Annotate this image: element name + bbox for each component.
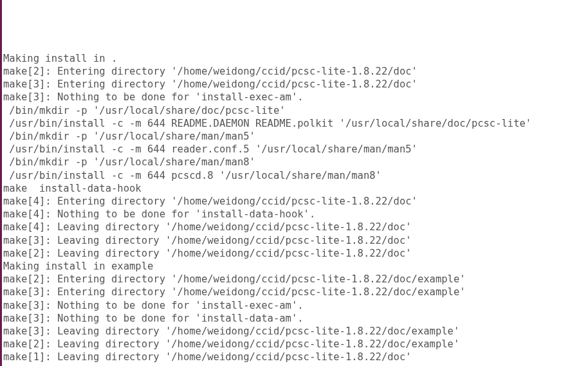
terminal-line: Making install in example <box>3 260 588 273</box>
terminal-line: make[2]: Leaving directory '/home/weidon… <box>3 247 588 260</box>
terminal-line: make[4]: Entering directory '/home/weido… <box>3 195 588 208</box>
terminal-line: make[1]: Leaving directory '/home/weidon… <box>3 351 588 363</box>
terminal-line: make[4]: Leaving directory '/home/weidon… <box>3 221 588 233</box>
terminal-output[interactable]: Making install in .make[2]: Entering dir… <box>3 52 588 366</box>
terminal-line: make[3]: Nothing to be done for 'install… <box>3 91 588 104</box>
terminal-line: make install-data-hook <box>3 182 588 195</box>
terminal-line: make[3]: Nothing to be done for 'install… <box>3 299 588 312</box>
terminal-line: make[4]: Nothing to be done for 'install… <box>3 208 588 221</box>
terminal-line: make[3]: Nothing to be done for 'install… <box>3 312 588 325</box>
terminal-line: /usr/bin/install -c -m 644 reader.conf.5… <box>3 143 588 156</box>
terminal-line: make[3]: Entering directory '/home/weido… <box>3 286 588 298</box>
terminal-line: make[3]: Entering directory '/home/weido… <box>3 78 588 91</box>
terminal-line: /usr/bin/install -c -m 644 pcscd.8 '/usr… <box>3 169 588 182</box>
terminal-line: Making install in . <box>3 52 588 65</box>
terminal-line: make[3]: Leaving directory '/home/weidon… <box>3 325 588 338</box>
terminal-line: /bin/mkdir -p '/usr/local/share/doc/pcsc… <box>3 104 588 117</box>
terminal-line: /bin/mkdir -p '/usr/local/share/man/man5… <box>3 130 588 143</box>
terminal-line: make[2]: Leaving directory '/home/weidon… <box>3 338 588 351</box>
terminal-line: /bin/mkdir -p '/usr/local/share/man/man8… <box>3 156 588 169</box>
terminal-line: /usr/bin/install -c -m 644 README.DAEMON… <box>3 117 588 130</box>
terminal-line: make[3]: Leaving directory '/home/weidon… <box>3 234 588 247</box>
terminal-line: make[2]: Entering directory '/home/weido… <box>3 65 588 78</box>
terminal-line: make[2]: Entering directory '/home/weido… <box>3 273 588 286</box>
